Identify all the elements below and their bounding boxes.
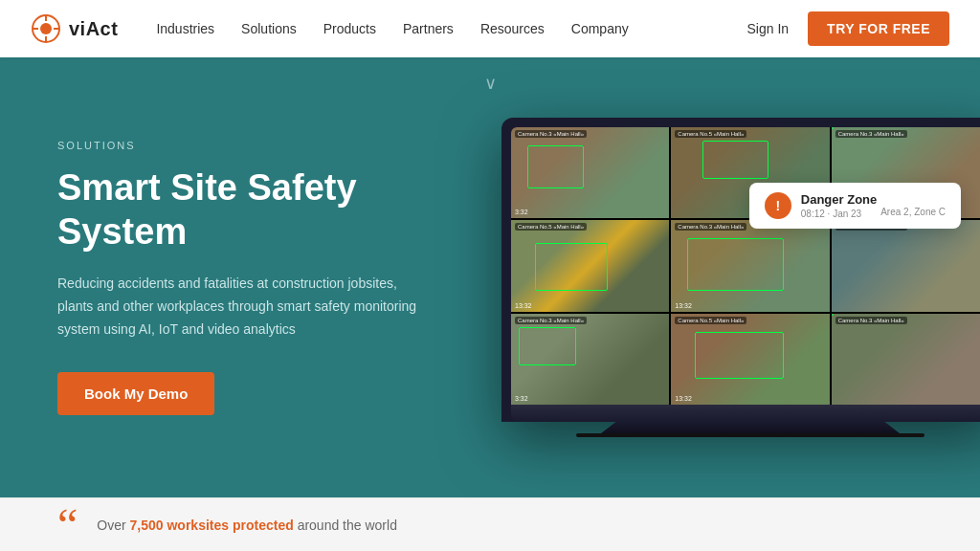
bottom-text-suffix: around the world <box>298 518 397 533</box>
camera-cell-6: Camera No.3 «Main Hall» <box>832 220 980 311</box>
camera-cell-5: Camera No.3 «Main Hall» 13:32 <box>671 220 829 311</box>
camera-cell-9: Camera No.3 «Main Hall» <box>832 314 980 405</box>
bottom-text-prefix: Over <box>97 518 125 533</box>
cam-time-1: 3:32 <box>515 209 528 215</box>
laptop-outer: Camera No.3 «Main Hall» 3:32 Camera No.5… <box>501 118 980 422</box>
solutions-label: SOLUTIONS <box>57 140 421 151</box>
laptop-base <box>511 405 980 422</box>
nav-solutions[interactable]: Solutions <box>241 21 297 36</box>
cam-label-5: Camera No.3 «Main Hall» <box>675 223 746 231</box>
book-demo-button[interactable]: Book My Demo <box>57 372 214 415</box>
cam-time-4: 13:32 <box>515 302 532 309</box>
bottom-section: “ Over 7,500 worksites protected around … <box>0 497 980 551</box>
hero-title: Smart Site Safety System <box>57 166 421 253</box>
cam-label-1: Camera No.3 «Main Hall» <box>515 130 587 138</box>
hero-description: Reducing accidents and fatalities at con… <box>57 273 421 341</box>
scroll-arrow: ∨ <box>484 73 497 94</box>
laptop-screen: Camera No.3 «Main Hall» 3:32 Camera No.5… <box>511 127 980 405</box>
danger-icon: ! <box>765 192 791 219</box>
cam-label-9: Camera No.3 «Main Hall» <box>835 317 907 324</box>
nav-links: Industries Solutions Products Partners R… <box>156 21 746 36</box>
cam-label-2: Camera No.5 «Main Hall» <box>675 130 746 138</box>
cam-label-4: Camera No.5 «Main Hall» <box>515 223 587 231</box>
laptop-mockup: ! Danger Zone 08:12 · Jan 23 Area 2, Zon… <box>501 118 980 437</box>
camera-cell-7: Camera No.3 «Main Hall» 3:32 <box>511 314 669 405</box>
camera-cell-4: Camera No.5 «Main Hall» 13:32 <box>511 220 669 311</box>
viact-logo-icon <box>31 13 61 44</box>
bottom-highlight: 7,500 worksites protected <box>130 518 294 533</box>
brand-name: viAct <box>69 18 118 40</box>
nav-resources[interactable]: Resources <box>480 21 545 36</box>
hero-content: SOLUTIONS Smart Site Safety System Reduc… <box>57 140 421 415</box>
cam-time-8: 13:32 <box>675 395 692 402</box>
logo[interactable]: viAct <box>31 13 118 44</box>
cam-label-3: Camera No.3 «Main Hall» <box>835 130 907 138</box>
cam-label-7: Camera No.3 «Main Hall» <box>515 317 587 324</box>
hero-section: ∨ SOLUTIONS Smart Site Safety System Red… <box>0 57 980 497</box>
cam-time-5: 13:32 <box>675 302 692 309</box>
camera-cell-1: Camera No.3 «Main Hall» 3:32 <box>511 127 669 218</box>
nav-company[interactable]: Company <box>571 21 629 36</box>
danger-area: Area 2, Zone C <box>880 207 946 219</box>
nav-partners[interactable]: Partners <box>403 21 454 36</box>
laptop-stand <box>601 422 900 433</box>
bottom-text: Over 7,500 worksites protected around th… <box>97 518 397 533</box>
danger-title: Danger Zone <box>801 192 946 207</box>
sign-in-button[interactable]: Sign In <box>747 21 790 36</box>
navbar: viAct Industries Solutions Products Part… <box>0 0 980 57</box>
danger-info: Danger Zone 08:12 · Jan 23 Area 2, Zone … <box>801 192 946 219</box>
nav-industries[interactable]: Industries <box>156 21 214 36</box>
cam-label-8: Camera No.5 «Main Hall» <box>675 317 746 324</box>
camera-cell-8: Camera No.5 «Main Hall» 13:32 <box>671 314 829 405</box>
cam-time-7: 3:32 <box>515 395 528 402</box>
laptop-foot <box>576 433 924 437</box>
danger-time: 08:12 · Jan 23 <box>801 209 861 219</box>
nav-right: Sign In TRY FOR FREE <box>747 11 950 46</box>
danger-zone-popup: ! Danger Zone 08:12 · Jan 23 Area 2, Zon… <box>749 183 961 229</box>
nav-products[interactable]: Products <box>323 21 376 36</box>
svg-point-1 <box>40 23 52 34</box>
quote-mark: “ <box>57 502 78 548</box>
try-free-button[interactable]: TRY FOR FREE <box>808 11 949 46</box>
